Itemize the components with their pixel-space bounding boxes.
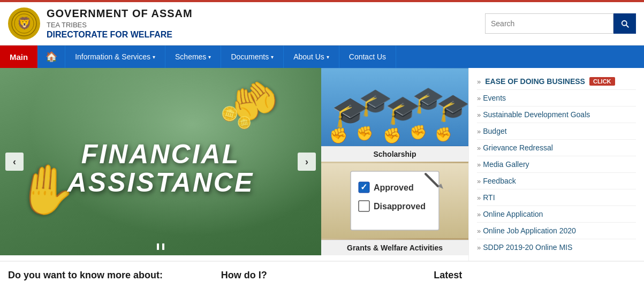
ease-link[interactable]: EASE OF DOING BUSINESS xyxy=(485,77,585,86)
grants-image: ✓ Approved Disapproved xyxy=(321,162,468,240)
sidebar-arrow-online-application: » xyxy=(477,210,481,218)
nav-item-information[interactable]: Information & Services ▾ xyxy=(65,45,165,68)
bottom-col-how: How do I? xyxy=(221,270,423,286)
nav-item-schemes[interactable]: Schemes ▾ xyxy=(165,45,221,68)
sidebar-arrow-sddp: » xyxy=(477,244,481,252)
sidebar-link-grievance[interactable]: Grievance Redressal xyxy=(483,143,553,152)
sidebar-arrow-rti: » xyxy=(477,194,481,202)
scholarship-image: 🎓 🎓 🎓 🎓 🎓 ✊ ✊ ✊ ✊ ✊ xyxy=(321,68,468,146)
scholarship-panel: 🎓 🎓 🎓 🎓 🎓 ✊ ✊ ✊ ✊ ✊ Scholarship xyxy=(321,68,468,162)
sidebar-item-online-application: » Online Application xyxy=(477,206,636,223)
svg-text:Approved: Approved xyxy=(374,183,414,192)
sidebar-item-job-application: » Online Job Application 2020 xyxy=(477,223,636,239)
sidebar-arrow-sdg: » xyxy=(477,111,481,119)
sidebar-link-sdg[interactable]: Sustainable Development Goals xyxy=(483,110,590,119)
sidebar-link-media[interactable]: Media Gallery xyxy=(483,160,529,169)
nav-item-contact[interactable]: Contact Us xyxy=(339,45,396,68)
nav-arrow-documents: ▾ xyxy=(271,54,274,60)
svg-text:Disapproved: Disapproved xyxy=(374,202,426,211)
bottom-heading-know-more: Do you want to know more about: xyxy=(8,270,210,281)
svg-text:🎓: 🎓 xyxy=(436,92,468,124)
logo-title: GOVERNMENT OF ASSAM xyxy=(47,7,193,20)
sidebar-link-sddp[interactable]: SDDP 2019-20 Online MIS xyxy=(483,243,572,252)
svg-rect-19 xyxy=(359,201,369,211)
sidebar-item-sdg: » Sustainable Development Goals xyxy=(477,107,636,123)
nav-main[interactable]: Main xyxy=(0,45,37,68)
svg-text:✊: ✊ xyxy=(383,127,401,145)
slider-prev-button[interactable]: ‹ xyxy=(5,153,24,171)
slider-next-button[interactable]: › xyxy=(298,153,316,171)
scholarship-label: Scholarship xyxy=(321,146,468,162)
logo-area: 🦁 GOVERNMENT OF ASSAM TEA TRIBES DIRECTO… xyxy=(8,7,485,40)
sidebar-link-online-application[interactable]: Online Application xyxy=(483,210,543,218)
slider-dots: ❚❚ xyxy=(155,242,166,250)
sidebar-link-feedback[interactable]: Feedback xyxy=(483,177,516,185)
logo-emblem: 🦁 xyxy=(8,7,40,40)
ease-row: » EASE OF DOING BUSINESS CLICK xyxy=(477,73,636,90)
ease-arrow: » xyxy=(477,78,481,86)
search-input[interactable] xyxy=(485,13,613,34)
slider-container: 🤲 🪙 🪙 🤚 FINANCIAL ASSISTANCE ‹ › ❚❚ xyxy=(0,68,321,255)
bottom-col-know-more: Do you want to know more about: xyxy=(8,270,210,286)
click-badge[interactable]: CLICK xyxy=(589,77,615,86)
svg-text:🦁: 🦁 xyxy=(17,16,32,31)
sidebar-arrow-media: » xyxy=(477,161,481,169)
sidebar-arrow-events: » xyxy=(477,94,481,102)
sidebar-item-budget: » Budget xyxy=(477,123,636,140)
grants-label: Grants & Welfare Activities xyxy=(321,240,468,255)
svg-text:✊: ✊ xyxy=(329,127,348,145)
sidebar-item-grievance: » Grievance Redressal xyxy=(477,140,636,156)
logo-text: GOVERNMENT OF ASSAM TEA TRIBES DIRECTORA… xyxy=(47,7,193,40)
bottom-col-latest: Latest xyxy=(434,270,636,286)
search-button[interactable] xyxy=(613,13,636,34)
sidebar-item-sddp: » SDDP 2019-20 Online MIS xyxy=(477,239,636,255)
slider-section: 🤲 🪙 🪙 🤚 FINANCIAL ASSISTANCE ‹ › ❚❚ xyxy=(0,68,321,261)
nav-item-documents[interactable]: Documents ▾ xyxy=(221,45,284,68)
sidebar-item-feedback: » Feedback xyxy=(477,173,636,189)
svg-text:✊: ✊ xyxy=(410,124,427,141)
slider-dot-pause: ❚❚ xyxy=(155,242,166,250)
sidebar: » EASE OF DOING BUSINESS CLICK » Events … xyxy=(468,68,644,261)
svg-text:✊: ✊ xyxy=(356,125,374,142)
grants-panel: ✓ Approved Disapproved Grants & Welfare … xyxy=(321,162,468,255)
svg-text:✓: ✓ xyxy=(360,183,367,192)
sidebar-link-events[interactable]: Events xyxy=(483,94,506,102)
logo-department: DIRECTORATE FOR WELFARE xyxy=(47,30,193,40)
logo-subtitle: TEA TRIBES xyxy=(47,21,193,29)
approved-disapproved-svg: ✓ Approved Disapproved xyxy=(321,163,468,238)
sidebar-item-events: » Events xyxy=(477,90,636,107)
sidebar-arrow-grievance: » xyxy=(477,144,481,152)
nav-home-button[interactable]: 🏠 xyxy=(37,45,65,68)
slider-text: FINANCIAL ASSISTANCE xyxy=(0,140,321,196)
graduation-caps-svg: 🎓 🎓 🎓 🎓 🎓 ✊ ✊ ✊ ✊ ✊ xyxy=(321,68,468,146)
svg-text:✊: ✊ xyxy=(435,126,452,143)
header: 🦁 GOVERNMENT OF ASSAM TEA TRIBES DIRECTO… xyxy=(0,2,644,45)
nav-arrow-information: ▾ xyxy=(153,54,155,60)
image-panels: 🎓 🎓 🎓 🎓 🎓 ✊ ✊ ✊ ✊ ✊ Scholarship xyxy=(321,68,468,261)
bottom-section: Do you want to know more about: How do I… xyxy=(0,261,644,294)
search-icon xyxy=(620,19,630,28)
sidebar-item-media: » Media Gallery xyxy=(477,156,636,173)
slider-background: 🤲 🪙 🪙 🤚 FINANCIAL ASSISTANCE xyxy=(0,68,321,255)
bottom-heading-latest: Latest xyxy=(434,270,636,281)
bottom-heading-how: How do I? xyxy=(221,270,423,281)
main-content: 🤲 🪙 🪙 🤚 FINANCIAL ASSISTANCE ‹ › ❚❚ xyxy=(0,68,644,261)
sidebar-link-rti[interactable]: RTI xyxy=(483,193,495,202)
sidebar-arrow-budget: » xyxy=(477,127,481,135)
sidebar-link-job-application[interactable]: Online Job Application 2020 xyxy=(483,226,576,235)
nav-arrow-about: ▾ xyxy=(327,54,329,60)
search-area xyxy=(485,13,636,34)
sidebar-link-budget[interactable]: Budget xyxy=(483,127,506,135)
slider-line1: FINANCIAL xyxy=(0,140,321,169)
sidebar-arrow-job-application: » xyxy=(477,227,481,235)
coin-icon-2: 🪙 xyxy=(236,115,253,131)
sidebar-item-rti: » RTI xyxy=(477,189,636,206)
sidebar-arrow-feedback: » xyxy=(477,177,481,185)
slider-line2: ASSISTANCE xyxy=(0,169,321,197)
navbar: Main 🏠 Information & Services ▾ Schemes … xyxy=(0,45,644,68)
nav-arrow-schemes: ▾ xyxy=(208,54,211,60)
nav-item-about[interactable]: About Us ▾ xyxy=(284,45,339,68)
